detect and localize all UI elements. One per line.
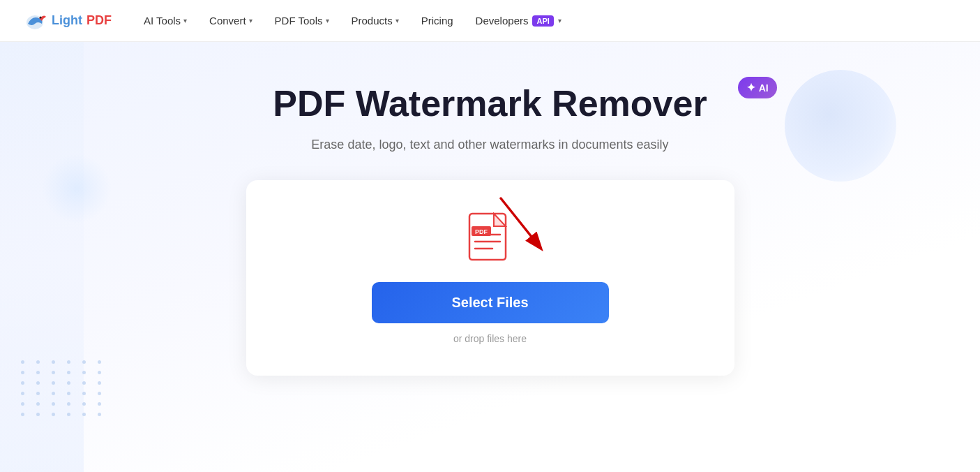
select-files-button[interactable]: Select Files (372, 282, 609, 323)
hero-title-wrap: PDF Watermark Remover ✦ AI (273, 84, 707, 124)
nav-item-convert[interactable]: Convert ▾ (199, 9, 262, 32)
navbar: LightPDF AI Tools ▾ Convert ▾ PDF Tools … (0, 0, 980, 42)
decorative-circle-2 (42, 154, 112, 223)
nav-items: AI Tools ▾ Convert ▾ PDF Tools ▾ Product… (134, 9, 571, 32)
hero-section: PDF Watermark Remover ✦ AI Erase date, l… (0, 42, 980, 472)
nav-item-products[interactable]: Products ▾ (342, 9, 409, 32)
chevron-down-icon: ▾ (249, 17, 252, 24)
nav-item-developers[interactable]: Developers API ▾ (466, 9, 571, 32)
chevron-down-icon: ▾ (326, 17, 329, 24)
page-title: PDF Watermark Remover (273, 84, 707, 124)
pdf-icon-wrap: PDF (466, 212, 515, 271)
logo-text-light: Light (52, 13, 82, 28)
nav-item-ai-tools[interactable]: AI Tools ▾ (134, 9, 197, 32)
chevron-down-icon: ▾ (395, 17, 399, 24)
upload-box: PDF Select Files or drop files here (246, 180, 734, 376)
ai-badge: ✦ AI (738, 77, 777, 98)
drop-files-text: or drop files here (453, 333, 527, 344)
chevron-down-icon: ▾ (558, 17, 561, 24)
logo-icon (22, 8, 47, 34)
chevron-down-icon: ▾ (183, 17, 187, 24)
svg-point-1 (40, 16, 42, 18)
nav-item-pricing[interactable]: Pricing (412, 9, 463, 32)
sparkle-icon: ✦ (746, 81, 755, 94)
nav-item-pdf-tools[interactable]: PDF Tools ▾ (265, 9, 339, 32)
logo-text-pdf: PDF (86, 13, 112, 28)
logo[interactable]: LightPDF (22, 8, 112, 34)
decorative-circle-1 (785, 70, 896, 182)
hero-subtitle: Erase date, logo, text and other waterma… (311, 138, 668, 152)
pdf-document-icon: PDF (466, 212, 515, 268)
svg-text:PDF: PDF (475, 228, 488, 235)
decorative-dots (21, 360, 106, 416)
api-badge: API (532, 15, 553, 27)
